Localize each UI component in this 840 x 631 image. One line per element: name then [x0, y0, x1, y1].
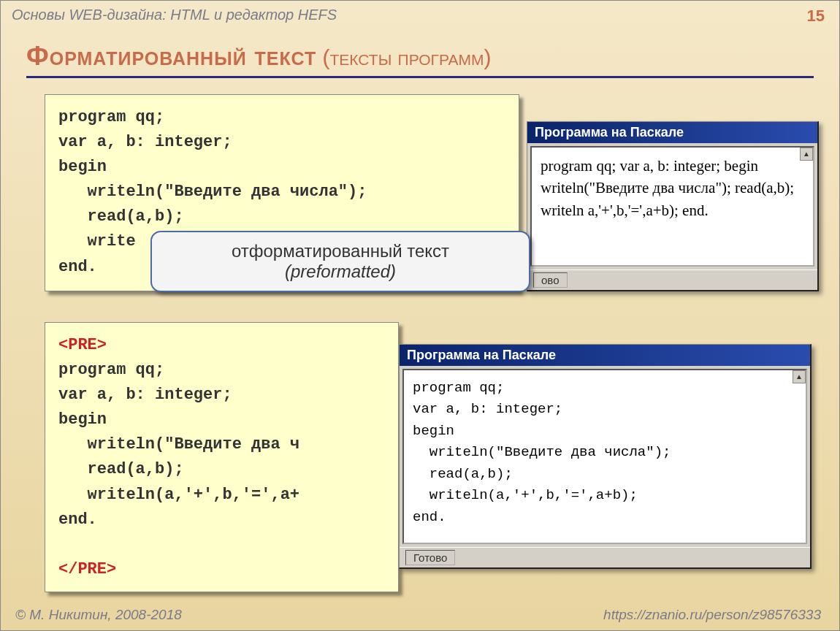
footer-url: https://znanio.ru/person/z98576333 [603, 607, 821, 623]
browser2-status: Готово [400, 547, 810, 567]
page-number: 15 [807, 7, 825, 26]
header-text: Основы WEB-дизайна: HTML и редактор HEFS [12, 7, 337, 23]
scroll-up-icon[interactable]: ▲ [793, 370, 806, 383]
browser-window-1: Программа на Паскале ▲ program qq; var a… [527, 121, 819, 291]
code-bottom-body: program qq; var a, b: integer; begin wri… [58, 361, 299, 529]
title-sub: (тексты программ) [316, 45, 491, 69]
callout-line1: отформатированный текст [167, 241, 514, 261]
browser1-status: ово [527, 269, 817, 290]
scroll-up-icon[interactable]: ▲ [800, 148, 813, 161]
browser2-status-text: Готово [405, 550, 455, 565]
browser1-body: ▲ program qq; var a, b: integer; begin w… [530, 146, 814, 267]
footer-copyright: © М. Никитин, 2008-2018 [15, 607, 182, 623]
code-box-bottom: <PRE> program qq; var a, b: integer; beg… [45, 322, 399, 592]
browser1-status-text: ово [533, 272, 568, 288]
callout-line2: (preformatted) [167, 261, 514, 282]
browser2-text: program qq; var a, b: integer; begin wri… [413, 378, 797, 528]
browser1-titlebar: Программа на Паскале [527, 122, 817, 143]
pre-open-tag: <PRE> [58, 336, 107, 354]
callout-bubble: отформатированный текст (preformatted) [150, 231, 530, 292]
title-main: Форматированный текст [26, 41, 316, 71]
slide-title: Форматированный текст (тексты программ) [26, 41, 814, 78]
browser2-body: ▲ program qq; var a, b: integer; begin w… [402, 369, 807, 544]
browser1-text: program qq; var a, b: integer; begin wri… [541, 155, 804, 221]
browser-window-2: Программа на Паскале ▲ program qq; var a… [399, 344, 812, 569]
browser2-titlebar: Программа на Паскале [400, 345, 810, 366]
pre-close-tag: </PRE> [58, 560, 116, 578]
